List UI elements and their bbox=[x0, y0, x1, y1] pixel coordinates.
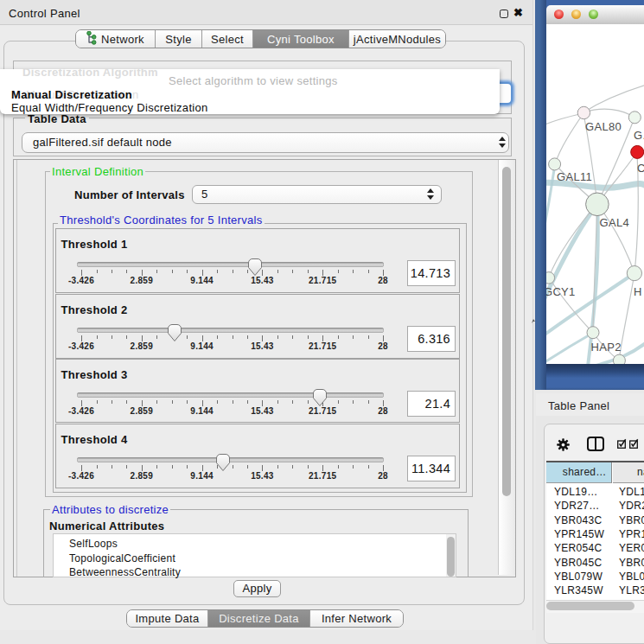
svg-text:H: H bbox=[634, 285, 642, 298]
svg-text:HAP2: HAP2 bbox=[591, 341, 622, 354]
svg-text:GAL80: GAL80 bbox=[585, 120, 622, 133]
svg-text:GAL11: GAL11 bbox=[557, 170, 592, 183]
svg-text:C: C bbox=[637, 162, 644, 175]
svg-text:G.: G. bbox=[634, 129, 644, 142]
svg-text:GAL4: GAL4 bbox=[600, 216, 629, 229]
svg-text:GCY1: GCY1 bbox=[546, 285, 576, 298]
